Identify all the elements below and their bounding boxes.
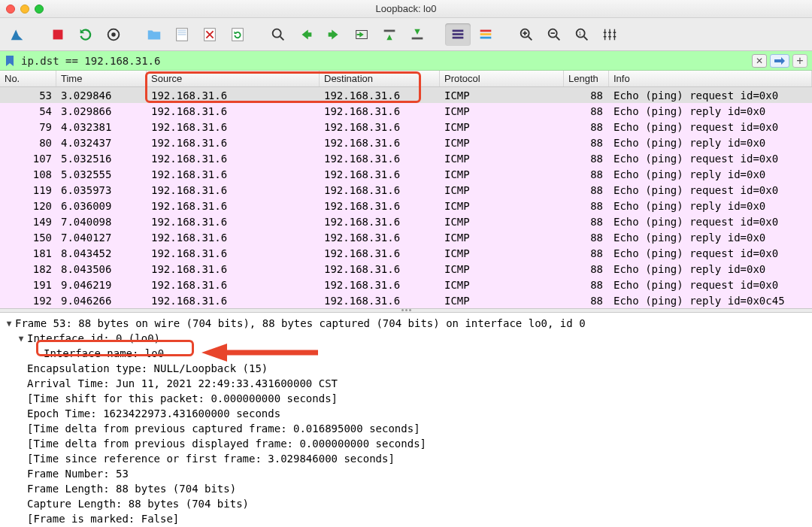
open-file-button[interactable] — [141, 23, 167, 46]
col-header-info[interactable]: Info — [609, 71, 812, 86]
save-file-button[interactable] — [169, 23, 195, 46]
find-packet-button[interactable] — [265, 23, 291, 46]
detail-line[interactable]: [Time delta from previous captured frame… — [5, 421, 807, 436]
go-to-packet-button[interactable] — [349, 23, 374, 46]
cell-time: 7.040098 — [56, 214, 147, 229]
cell-info: Echo (ping) reply id=0x0c45 — [609, 292, 812, 308]
clear-filter-button[interactable]: ✕ — [752, 54, 767, 68]
expand-triangle-icon[interactable]: ▼ — [5, 319, 14, 329]
cell-protocol: ICMP — [440, 119, 564, 135]
packet-row[interactable]: 1497.040098192.168.31.6192.168.31.6ICMP8… — [0, 214, 812, 229]
detail-line[interactable]: [Frame is marked: False] — [5, 511, 807, 526]
cell-protocol: ICMP — [440, 292, 564, 308]
go-to-first-button[interactable] — [377, 23, 402, 46]
go-to-last-button[interactable] — [404, 23, 430, 46]
cell-source: 192.168.31.6 — [147, 277, 320, 292]
cell-length: 88 — [564, 166, 609, 182]
detail-line[interactable]: [Time since reference or first frame: 3.… — [5, 451, 807, 466]
minimize-window-button[interactable] — [20, 5, 29, 14]
packet-row[interactable]: 1085.032555192.168.31.6192.168.31.6ICMP8… — [0, 166, 812, 182]
cell-time: 6.035973 — [56, 182, 147, 198]
packet-row[interactable]: 1828.043506192.168.31.6192.168.31.6ICMP8… — [0, 261, 812, 277]
svg-rect-11 — [384, 29, 395, 32]
cell-info: Echo (ping) request id=0x0 — [609, 119, 812, 135]
resize-columns-button[interactable] — [597, 23, 623, 46]
cell-no: 192 — [0, 292, 56, 308]
shark-fin-icon[interactable] — [5, 23, 30, 46]
display-filter-input[interactable] — [21, 55, 752, 67]
col-header-protocol[interactable]: Protocol — [440, 71, 564, 86]
cell-no: 191 — [0, 277, 56, 292]
cell-source: 192.168.31.6 — [147, 292, 320, 308]
col-header-source[interactable]: Source — [147, 71, 320, 86]
apply-filter-button[interactable] — [770, 54, 789, 68]
add-filter-button[interactable]: + — [792, 54, 807, 68]
detail-line[interactable]: [Time delta from previous displayed fram… — [5, 436, 807, 451]
packet-row[interactable]: 533.029846192.168.31.6192.168.31.6ICMP88… — [0, 87, 812, 103]
detail-line[interactable]: Capture Length: 88 bytes (704 bits) — [5, 496, 807, 511]
detail-text: Epoch Time: 1623422973.431600000 seconds — [27, 407, 280, 419]
svg-rect-16 — [480, 29, 492, 32]
cell-no: 119 — [0, 182, 56, 198]
auto-scroll-button[interactable] — [445, 23, 471, 46]
cell-source: 192.168.31.6 — [147, 119, 320, 135]
packet-row[interactable]: 1919.046219192.168.31.6192.168.31.6ICMP8… — [0, 277, 812, 292]
col-header-no[interactable]: No. — [0, 71, 56, 86]
zoom-reset-button[interactable]: 1 — [569, 23, 595, 46]
detail-text: Frame Number: 53 — [27, 468, 129, 480]
colorize-button[interactable] — [473, 23, 498, 46]
cell-info: Echo (ping) reply id=0x0 — [609, 166, 812, 182]
close-window-button[interactable] — [6, 5, 15, 14]
cell-protocol: ICMP — [440, 87, 564, 103]
col-header-destination[interactable]: Destination — [320, 71, 440, 86]
detail-line[interactable]: Frame Number: 53 — [5, 466, 807, 481]
detail-line[interactable]: ▼Interface id: 0 (lo0) — [5, 331, 807, 346]
packet-row[interactable]: 794.032381192.168.31.6192.168.31.6ICMP88… — [0, 119, 812, 135]
stop-capture-button[interactable] — [45, 23, 71, 46]
packet-row[interactable]: 804.032437192.168.31.6192.168.31.6ICMP88… — [0, 135, 812, 150]
detail-line[interactable]: ▼Frame 53: 88 bytes on wire (704 bits), … — [5, 316, 807, 331]
cell-length: 88 — [564, 277, 609, 292]
detail-text: [Time delta from previous captured frame… — [27, 423, 420, 435]
svg-text:1: 1 — [578, 30, 581, 35]
svg-point-9 — [273, 29, 281, 37]
detail-line[interactable]: Interface name: lo0 — [5, 346, 807, 361]
packet-row[interactable]: 1818.043452192.168.31.6192.168.31.6ICMP8… — [0, 245, 812, 261]
cell-no: 120 — [0, 198, 56, 214]
go-forward-button[interactable] — [321, 23, 347, 46]
close-file-button[interactable] — [197, 23, 223, 46]
zoom-in-button[interactable] — [514, 23, 539, 46]
cell-length: 88 — [564, 245, 609, 261]
detail-line[interactable]: Encapsulation type: NULL/Loopback (15) — [5, 361, 807, 376]
cell-time: 5.032516 — [56, 150, 147, 166]
maximize-window-button[interactable] — [35, 5, 44, 14]
packet-row[interactable]: 1075.032516192.168.31.6192.168.31.6ICMP8… — [0, 150, 812, 166]
zoom-out-button[interactable] — [541, 23, 567, 46]
packet-row[interactable]: 543.029866192.168.31.6192.168.31.6ICMP88… — [0, 103, 812, 119]
col-header-length[interactable]: Length — [564, 71, 609, 86]
detail-line[interactable]: Epoch Time: 1623422973.431600000 seconds — [5, 406, 807, 421]
cell-source: 192.168.31.6 — [147, 198, 320, 214]
cell-protocol: ICMP — [440, 261, 564, 277]
packet-row[interactable]: 1507.040127192.168.31.6192.168.31.6ICMP8… — [0, 229, 812, 245]
detail-line[interactable]: [Time shift for this packet: 0.000000000… — [5, 391, 807, 406]
svg-rect-17 — [480, 33, 492, 35]
cell-info: Echo (ping) reply id=0x0 — [609, 229, 812, 245]
packet-list[interactable]: 533.029846192.168.31.6192.168.31.6ICMP88… — [0, 87, 812, 308]
bookmark-icon[interactable] — [3, 54, 17, 68]
cell-info: Echo (ping) request id=0x0 — [609, 87, 812, 103]
packet-row[interactable]: 1196.035973192.168.31.6192.168.31.6ICMP8… — [0, 182, 812, 198]
expand-triangle-icon[interactable]: ▼ — [17, 334, 26, 344]
capture-options-button[interactable] — [101, 23, 126, 46]
cell-no: 54 — [0, 103, 56, 119]
detail-line[interactable]: Frame Length: 88 bytes (704 bits) — [5, 481, 807, 496]
detail-line[interactable]: Arrival Time: Jun 11, 2021 22:49:33.4316… — [5, 376, 807, 391]
packet-row[interactable]: 1929.046266192.168.31.6192.168.31.6ICMP8… — [0, 292, 812, 308]
go-back-button[interactable] — [293, 23, 319, 46]
reload-file-button[interactable] — [225, 23, 250, 46]
cell-time: 5.032555 — [56, 166, 147, 182]
packet-details-pane[interactable]: ▼Frame 53: 88 bytes on wire (704 bits), … — [0, 313, 812, 527]
col-header-time[interactable]: Time — [56, 71, 147, 86]
packet-row[interactable]: 1206.036009192.168.31.6192.168.31.6ICMP8… — [0, 198, 812, 214]
restart-capture-button[interactable] — [73, 23, 98, 46]
